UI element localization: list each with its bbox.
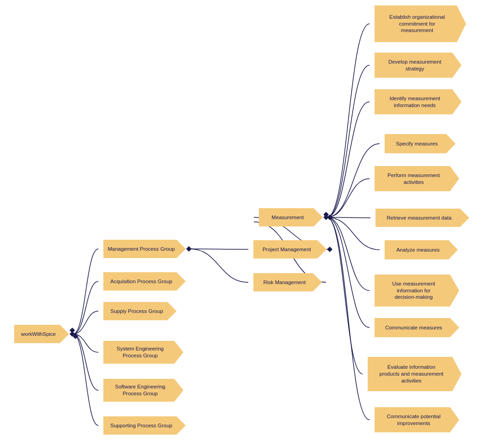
label-useMeasurement: Use measurement information for decision…	[392, 280, 435, 301]
label-measurement: Measurement	[272, 214, 304, 221]
label-supportingProcessGroup: Supporting Process Group	[110, 422, 172, 429]
label-projectManagement: Project Management	[263, 246, 311, 253]
node-establish[interactable]: Establish organizational commitment for …	[370, 5, 471, 42]
label-identifyNeeds: Identify measurement information needs	[390, 95, 440, 109]
node-systemEngineeringProcessGroup[interactable]: System Engineering Process Group	[98, 341, 188, 364]
node-managementProcessGroup[interactable]: Management Process Group	[98, 240, 191, 258]
label-managementProcessGroup: Management Process Group	[107, 246, 175, 253]
label-communicateMeasures: Communicate measures	[385, 324, 442, 331]
label-softwareEngineeringProcessGroup: Software Engineering Process Group	[115, 383, 166, 397]
node-analyzeMeasures[interactable]: Analyze measures	[380, 240, 463, 259]
node-developStrategy[interactable]: Develop measurement strategy	[370, 53, 466, 78]
node-acquisitionProcessGroup[interactable]: Acquisition Process Group	[98, 272, 191, 291]
label-evaluateInfo: Evaluate information products and measur…	[380, 364, 444, 384]
label-acquisitionProcessGroup: Acquisition Process Group	[110, 278, 172, 285]
node-supplyProcessGroup[interactable]: Supply Process Group	[98, 302, 182, 320]
node-riskManagement[interactable]: Risk Management	[248, 273, 327, 291]
label-developStrategy: Develop measurement strategy	[388, 59, 441, 72]
node-useMeasurement[interactable]: Use measurement information for decision…	[370, 275, 464, 307]
label-specifyMeasures: Specify measures	[396, 140, 438, 147]
diagram-container: workWithSpiceManagement Process GroupAcq…	[0, 0, 504, 447]
node-retrieveData[interactable]: Retrieve measurement data	[370, 209, 474, 227]
label-supplyProcessGroup: Supply Process Group	[110, 308, 163, 315]
label-riskManagement: Risk Management	[263, 279, 306, 286]
node-identifyNeeds[interactable]: Identify measurement information needs	[370, 89, 466, 114]
label-performActivities: Perform measurement activities	[387, 172, 440, 186]
node-projectManagement[interactable]: Project Management	[248, 240, 332, 259]
node-softwareEngineeringProcessGroup[interactable]: Software Engineering Process Group	[98, 379, 188, 402]
node-supportingProcessGroup[interactable]: Supporting Process Group	[98, 416, 191, 435]
node-communicatePotential[interactable]: Communicate potential improvements	[370, 407, 464, 432]
node-communicateMeasures[interactable]: Communicate measures	[370, 318, 464, 337]
label-retrieveData: Retrieve measurement data	[387, 215, 452, 221]
node-evaluateInfo[interactable]: Evaluate information products and measur…	[363, 357, 466, 391]
node-measurement[interactable]: Measurement	[254, 208, 328, 226]
label-communicatePotential: Communicate potential improvements	[387, 413, 441, 427]
node-performActivities[interactable]: Perform measurement activities	[370, 166, 464, 191]
node-specifyMeasures[interactable]: Specify measures	[380, 134, 461, 153]
label-analyzeMeasures: Analyze measures	[397, 247, 440, 253]
label-workWithSpice: workWithSpice	[21, 331, 56, 338]
node-workWithSpice[interactable]: workWithSpice	[9, 325, 74, 343]
label-systemEngineeringProcessGroup: System Engineering Process Group	[117, 345, 164, 359]
label-establish: Establish organizational commitment for …	[389, 14, 445, 34]
